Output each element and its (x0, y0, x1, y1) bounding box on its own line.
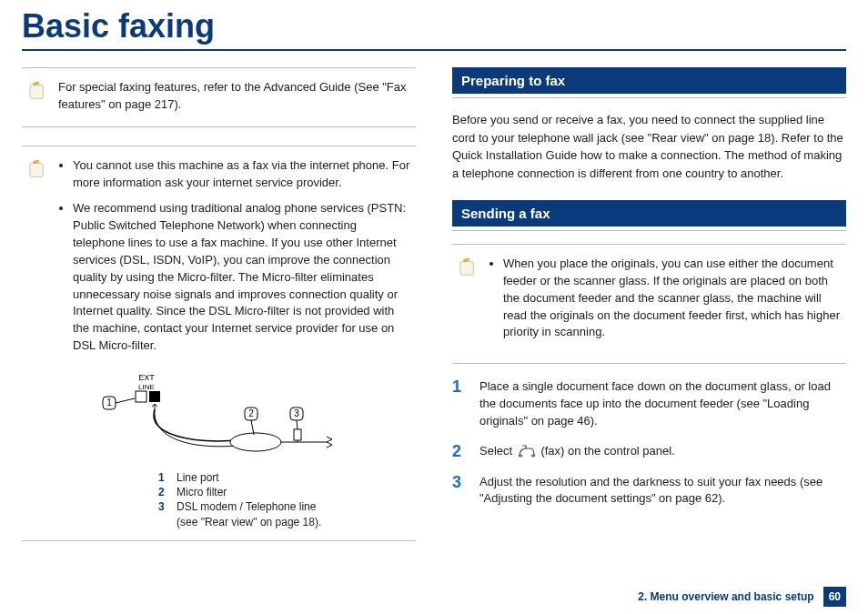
step-item: 1 Place a single document face down on t… (452, 378, 846, 430)
legend-row: 2 Micro filter (158, 485, 416, 499)
legend-row: 3 DSL modem / Telephone line (see "Rear … (158, 499, 416, 528)
svg-rect-14 (460, 262, 474, 276)
svg-line-13 (297, 420, 298, 429)
diagram-ext-label: EXT (138, 373, 155, 382)
preparing-text: Before you send or receive a fax, you ne… (452, 111, 846, 182)
svg-rect-0 (30, 86, 44, 99)
section-heading-preparing: Preparing to fax (452, 67, 846, 94)
step2-post: (fax) on the control panel. (540, 444, 674, 458)
footer-chapter: 2. Menu overview and basic setup (638, 590, 813, 603)
page-footer: 2. Menu overview and basic setup 60 (638, 587, 846, 607)
step-text: Place a single document face down on the… (479, 378, 846, 430)
section-heading-sending: Sending a fax (452, 200, 846, 226)
page-title: Basic faxing (22, 0, 846, 49)
note-icon (27, 81, 47, 101)
note-body: You cannot use this machine as a fax via… (58, 157, 410, 364)
section-bottom-rule (22, 540, 416, 541)
note-box-features: For special faxing features, refer to th… (22, 67, 416, 127)
section-rule (452, 230, 846, 231)
section-rule (452, 97, 846, 98)
title-rule (22, 49, 846, 51)
step-number: 1 (452, 378, 467, 430)
bullet-item: When you place the originals, you can us… (503, 256, 841, 341)
svg-rect-10 (294, 429, 301, 440)
svg-rect-2 (136, 391, 146, 402)
step-text: Select (fax) on the control panel. (479, 443, 846, 461)
svg-line-5 (116, 398, 135, 403)
bullet-item: We recommend using traditional analog ph… (73, 200, 410, 355)
step-text: Adjust the resolution and the darkness t… (479, 474, 846, 508)
legend-line3-sub: (see "Rear view" on page 18). (177, 516, 321, 528)
note-text: For special faxing features, refer to th… (58, 79, 410, 114)
callout-2: 2 (248, 408, 254, 418)
callout-3: 3 (294, 408, 299, 418)
step-list: 1 Place a single document face down on t… (452, 378, 846, 508)
note-body: When you place the originals, you can us… (489, 256, 841, 350)
callout-1: 1 (106, 398, 112, 408)
note-icon (458, 257, 478, 277)
note-icon (27, 159, 47, 179)
legend-text: DSL modem / Telephone line (see "Rear vi… (177, 499, 321, 528)
svg-rect-1 (30, 163, 44, 176)
page-number: 60 (823, 587, 846, 607)
note-box-scanning: When you place the originals, you can us… (452, 244, 846, 364)
step-item: 2 Select (fax) on the control panel. (452, 443, 846, 461)
note-box-warnings: You cannot use this machine as a fax via… (22, 146, 416, 364)
legend-num: 1 (158, 470, 167, 485)
step-number: 2 (452, 443, 467, 461)
step-item: 3 Adjust the resolution and the darkness… (452, 474, 846, 508)
bullet-item: You cannot use this machine as a fax via… (73, 157, 410, 192)
connection-diagram: EXT LINE 1 2 (22, 371, 416, 465)
legend-text: Micro filter (177, 485, 227, 499)
main-columns: For special faxing features, refer to th… (22, 67, 846, 541)
step2-pre: Select (479, 444, 516, 458)
step-number: 3 (452, 474, 467, 508)
note-bullets: When you place the originals, you can us… (489, 256, 841, 341)
left-column: For special faxing features, refer to th… (22, 67, 416, 541)
svg-point-6 (230, 433, 281, 451)
svg-rect-3 (149, 391, 160, 402)
fax-icon (518, 445, 536, 458)
legend-row: 1 Line port (158, 470, 416, 485)
note-bullets: You cannot use this machine as a fax via… (58, 157, 410, 355)
legend-num: 3 (158, 499, 167, 528)
legend-line3: DSL modem / Telephone line (177, 500, 316, 513)
diagram-line-label: LINE (138, 383, 155, 391)
legend-text: Line port (177, 470, 219, 485)
legend-num: 2 (158, 485, 167, 499)
diagram-legend: 1 Line port 2 Micro filter 3 DSL modem /… (158, 470, 416, 529)
right-column: Preparing to fax Before you send or rece… (452, 67, 846, 541)
